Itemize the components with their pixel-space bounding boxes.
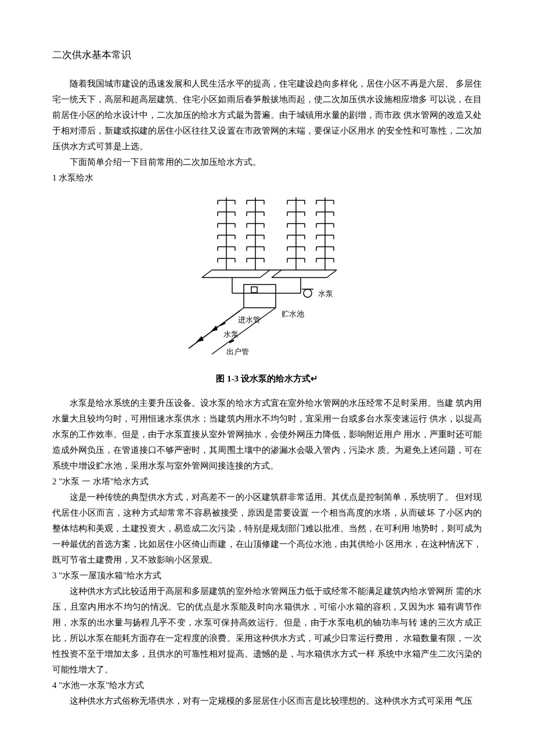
svg-line-77: [202, 270, 212, 278]
svg-line-81: [327, 270, 337, 278]
water-pump-label: 水泵: [223, 330, 239, 339]
outlet-pipe-label: 出户管: [226, 347, 249, 356]
svg-line-78: [260, 270, 270, 278]
inlet-pipe-label: 进水管: [238, 315, 261, 324]
figure-caption: 图 1-3 设水泵的给水方式↵: [52, 371, 482, 387]
section-3-heading: 3 "水泵一屋顶水箱"给水方式: [52, 568, 482, 584]
svg-rect-87: [251, 287, 257, 293]
svg-line-95: [221, 323, 225, 325]
svg-point-88: [304, 289, 312, 297]
riser-1: [218, 197, 235, 270]
section-2-heading: 2 "水泵 一 水塔"给水方式: [52, 474, 482, 489]
page-title: 二次供水基本常识: [52, 46, 482, 64]
water-pump-diagram: 水泵 贮水池 进水管 水泵 出户管: [157, 192, 377, 360]
intro-paragraph-1: 随着我国城市建设的迅速发展和人民生活水平的提高，住宅建设趋向多样化，居住小区不再…: [52, 76, 482, 154]
svg-line-91: [276, 267, 331, 308]
drain-pool-label: 贮水池: [282, 309, 304, 318]
section-4-body: 这种供水方式俗称无塔供水，对有一定规模的多层居住小区而言是比较理想的。这种供水方…: [52, 693, 482, 709]
svg-rect-86: [244, 285, 276, 308]
intro-paragraph-2: 下面简单介绍一下目前常用的二次加压给水方式。: [52, 154, 482, 170]
pump-symbol-label: 水泵: [318, 289, 333, 298]
section-1-heading: 1 水泵给水: [52, 170, 482, 186]
figure-1-3: 水泵 贮水池 进水管 水泵 出户管 图 1-3 设水泵的给水方式↵: [52, 192, 482, 387]
svg-line-80: [272, 270, 282, 278]
riser-3: [287, 197, 305, 270]
section-2-body: 这是一种传统的典型供水方式，对高差不一的小区建筑群非常适用。其优点是控制简单，系…: [52, 489, 482, 568]
svg-marker-97: [197, 337, 203, 341]
section-3-body: 这种供水方式比较适用于高层和多层建筑的室外给水管网压力低于或经常不能满足建筑内给…: [52, 584, 482, 678]
riser-4: [316, 197, 334, 270]
section-4-heading: 4 "水池一水泵"给水方式: [52, 678, 482, 693]
section-1-body: 水泵是给水系统的主要升压设备。设水泵的给水方式宜在室外给水管网的水压经常不足时采…: [52, 395, 482, 474]
svg-marker-93: [212, 326, 217, 331]
riser-2: [247, 197, 264, 270]
